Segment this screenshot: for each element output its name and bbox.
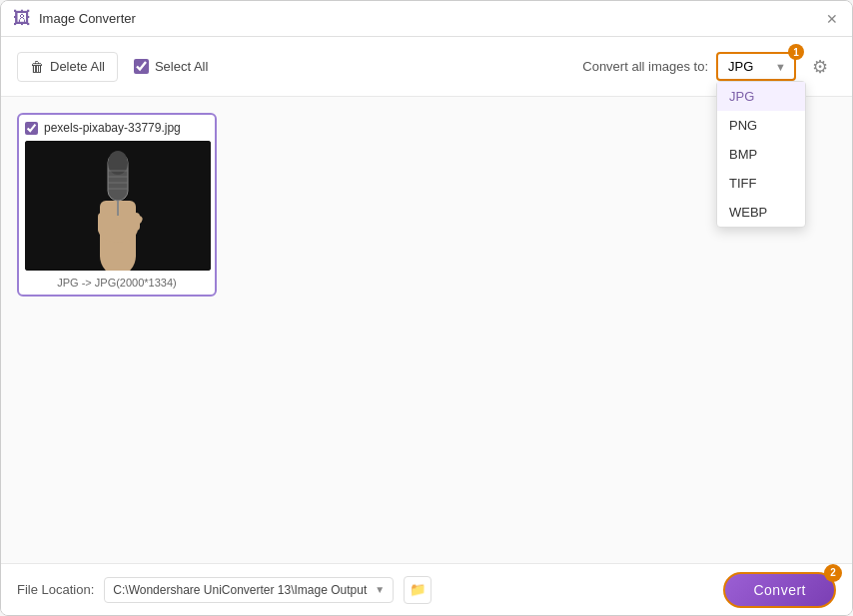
image-card-filename: pexels-pixabay-33779.jpg [44,121,181,135]
image-card-checkbox[interactable] [25,122,38,135]
folder-icon: 📁 [410,582,426,597]
format-option-bmp[interactable]: BMP [717,140,805,169]
format-dropdown-menu: JPG PNG BMP TIFF WEBP [716,81,806,228]
image-card: pexels-pixabay-33779.jpg [17,113,217,297]
image-preview-svg [25,141,211,271]
toolbar-right: Convert all images to: JPG ▼ 1 JPG PNG B… [582,51,836,83]
select-all-text: Select All [155,59,208,74]
image-thumbnail [25,141,211,271]
image-card-caption: JPG -> JPG(2000*1334) [25,277,209,289]
format-option-png[interactable]: PNG [717,111,805,140]
format-dropdown-wrapper: JPG ▼ 1 JPG PNG BMP TIFF WEBP [716,52,796,81]
image-card-header: pexels-pixabay-33779.jpg [25,121,209,135]
format-select[interactable]: JPG ▼ [716,52,796,81]
toolbar: 🗑 Delete All Select All Convert all imag… [1,37,852,97]
file-path-dropdown[interactable]: C:\Wondershare UniConverter 13\Image Out… [104,577,394,603]
format-badge: 1 [788,44,804,60]
browse-folder-button[interactable]: 📁 [404,576,431,604]
select-all-label[interactable]: Select All [134,59,208,74]
close-button[interactable]: ✕ [824,11,840,27]
convert-btn-wrapper: Convert 2 [723,572,836,608]
file-path-arrow-icon: ▼ [375,584,385,595]
window-title: Image Converter [39,11,136,26]
format-option-tiff[interactable]: TIFF [717,169,805,198]
format-option-jpg[interactable]: JPG [717,82,805,111]
delete-all-button[interactable]: 🗑 Delete All [17,52,118,82]
convert-badge: 2 [824,564,842,582]
select-all-checkbox[interactable] [134,59,149,74]
svg-rect-8 [120,209,130,231]
title-bar-left: 🖼 Image Converter [13,8,136,29]
file-path-text: C:\Wondershare UniConverter 13\Image Out… [113,583,367,597]
svg-rect-6 [98,213,108,233]
dropdown-arrow-icon: ▼ [775,61,786,73]
convert-all-label: Convert all images to: [582,59,708,74]
file-location-label: File Location: [17,582,94,597]
format-selected-value: JPG [728,59,753,74]
footer: File Location: C:\Wondershare UniConvert… [1,563,852,615]
app-icon: 🖼 [13,8,31,29]
main-window: 🖼 Image Converter ✕ 🗑 Delete All Select … [0,0,853,616]
svg-rect-9 [131,213,140,231]
delete-all-label: Delete All [50,59,105,74]
format-option-webp[interactable]: WEBP [717,198,805,227]
convert-button[interactable]: Convert [723,572,836,608]
title-bar: 🖼 Image Converter ✕ [1,1,852,37]
settings-button[interactable]: ⚙ [804,51,836,83]
delete-icon: 🗑 [30,59,44,75]
